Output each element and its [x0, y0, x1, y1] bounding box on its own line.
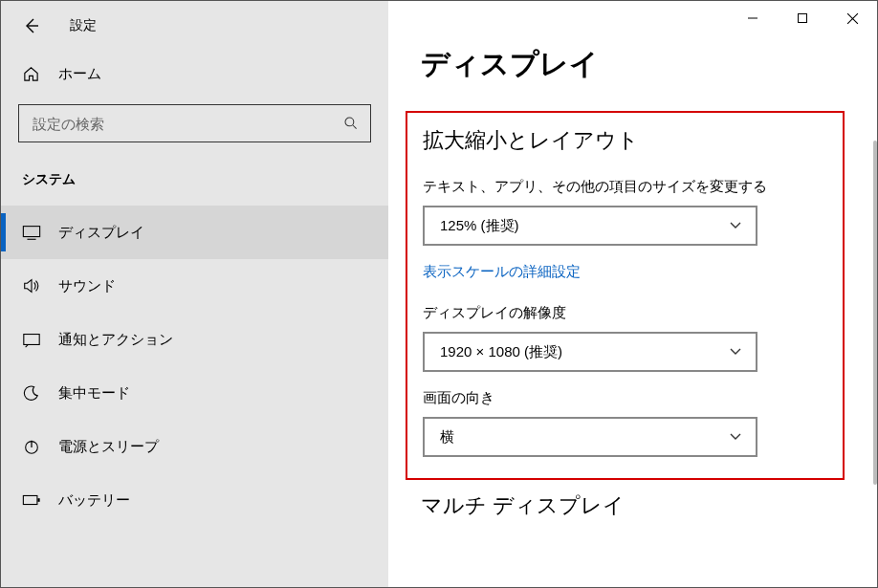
svg-rect-2 — [24, 335, 39, 345]
sidebar-item-label: ディスプレイ — [58, 224, 144, 242]
notification-icon — [22, 331, 43, 348]
scale-dropdown[interactable]: 125% (推奨) — [423, 206, 757, 246]
sidebar-item-label: バッテリー — [58, 491, 130, 510]
search-input[interactable] — [33, 116, 341, 132]
settings-sidebar: 設定 ホーム システム — [1, 1, 388, 587]
scale-label: テキスト、アプリ、その他の項目のサイズを変更する — [423, 178, 827, 196]
sidebar-item-label: 電源とスリープ — [58, 438, 159, 456]
home-icon — [22, 65, 43, 83]
window-title: 設定 — [70, 17, 97, 34]
sidebar-item-label: 集中モード — [58, 384, 130, 403]
maximize-button[interactable] — [778, 1, 827, 35]
close-icon — [846, 12, 859, 25]
search-icon — [341, 116, 361, 131]
moon-icon — [22, 384, 43, 402]
scrollbar[interactable] — [871, 35, 877, 587]
home-label: ホーム — [58, 65, 101, 83]
back-button[interactable] — [12, 7, 51, 45]
sidebar-item-battery[interactable]: バッテリー — [1, 473, 388, 527]
svg-rect-5 — [37, 498, 39, 502]
minimize-button[interactable] — [728, 1, 778, 35]
sidebar-item-power[interactable]: 電源とスリープ — [1, 420, 388, 473]
minimize-icon — [747, 12, 758, 24]
section-title-multi-display: マルチ ディスプレイ — [388, 491, 877, 520]
scrollbar-thumb[interactable] — [873, 141, 877, 485]
sidebar-category: システム — [1, 154, 388, 206]
resolution-label: ディスプレイの解像度 — [423, 304, 827, 322]
power-icon — [22, 438, 43, 455]
svg-rect-4 — [23, 495, 37, 504]
main-content: ディスプレイ 拡大縮小とレイアウト テキスト、アプリ、その他の項目のサイズを変更… — [388, 1, 877, 587]
search-box[interactable] — [18, 104, 371, 142]
svg-point-0 — [345, 118, 354, 126]
section-title-scale: 拡大縮小とレイアウト — [423, 126, 827, 155]
sidebar-item-focus[interactable]: 集中モード — [1, 366, 388, 420]
orientation-label: 画面の向き — [423, 389, 827, 407]
close-button[interactable] — [827, 1, 877, 35]
speaker-icon — [22, 277, 43, 294]
resolution-value: 1920 × 1080 (推奨) — [440, 343, 562, 361]
maximize-icon — [797, 12, 808, 24]
chevron-down-icon — [729, 221, 742, 230]
chevron-down-icon — [729, 347, 742, 357]
sidebar-home[interactable]: ホーム — [1, 51, 388, 97]
sidebar-item-display[interactable]: ディスプレイ — [1, 206, 388, 259]
orientation-dropdown[interactable]: 横 — [423, 417, 757, 457]
advanced-scaling-link[interactable]: 表示スケールの詳細設定 — [423, 263, 581, 281]
svg-rect-6 — [799, 14, 807, 23]
sidebar-item-sound[interactable]: サウンド — [1, 259, 388, 313]
arrow-left-icon — [23, 17, 40, 34]
orientation-value: 横 — [440, 428, 454, 446]
battery-icon — [22, 491, 43, 509]
chevron-down-icon — [729, 432, 742, 442]
sidebar-item-label: 通知とアクション — [58, 331, 173, 349]
svg-rect-1 — [23, 227, 39, 237]
monitor-icon — [22, 224, 43, 241]
highlighted-region: 拡大縮小とレイアウト テキスト、アプリ、その他の項目のサイズを変更する 125%… — [406, 111, 845, 480]
sidebar-item-label: サウンド — [58, 277, 116, 295]
sidebar-nav: ディスプレイ サウンド — [1, 206, 388, 527]
sidebar-item-notifications[interactable]: 通知とアクション — [1, 313, 388, 366]
scale-value: 125% (推奨) — [440, 217, 519, 235]
resolution-dropdown[interactable]: 1920 × 1080 (推奨) — [423, 332, 757, 372]
